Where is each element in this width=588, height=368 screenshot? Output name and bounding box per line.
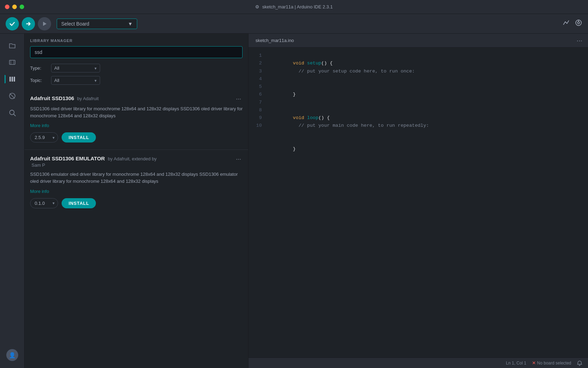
- version-select[interactable]: 2.5.9: [30, 132, 58, 143]
- upload-icon: [25, 21, 31, 27]
- line-number: 8: [255, 106, 262, 114]
- line-number: 9: [255, 114, 262, 122]
- sidebar: 👤: [0, 34, 24, 368]
- filter-topic-row: Topic: All: [24, 75, 248, 87]
- empty-line: [270, 75, 585, 83]
- library-extended-author: Sam P: [31, 162, 45, 168]
- keyword-void: void: [293, 61, 304, 66]
- line-number: 3: [255, 68, 262, 75]
- library-name: Adafruit SSD1306: [30, 95, 74, 101]
- editor-content[interactable]: 1 2 3 4 5 6 7 8 9 10 void setup() { // p…: [248, 48, 588, 357]
- code-close-brace-2: }: [293, 146, 296, 152]
- editor-tab[interactable]: sketch_mar11a.ino: [254, 38, 295, 43]
- line-numbers: 1 2 3 4 5 6 7 8 9 10: [248, 52, 267, 353]
- board-icon: [8, 58, 16, 66]
- sidebar-item-sketchbook[interactable]: [5, 38, 20, 53]
- svg-rect-8: [12, 77, 13, 82]
- library-name: Adafruit SSD1306 EMULATOR: [30, 155, 105, 161]
- avatar[interactable]: 👤: [6, 349, 18, 361]
- window-controls: [5, 5, 24, 9]
- library-description: SSD1306 oled driver library for monochro…: [30, 105, 243, 119]
- line-number: 2: [255, 60, 262, 67]
- search-icon: [8, 109, 16, 117]
- toolbar: Select Board ▼: [0, 14, 588, 34]
- svg-marker-0: [43, 22, 47, 26]
- cursor-position: Ln 1, Col 1: [506, 361, 526, 366]
- editor-more-button[interactable]: ···: [576, 36, 582, 44]
- library-manager-panel: LIBRARY MANAGER Type: All Topic: All: [24, 34, 248, 368]
- filter-type-row: Type: All: [24, 62, 248, 75]
- keyword-void-2: void: [293, 115, 304, 120]
- debug-button[interactable]: [38, 17, 51, 30]
- type-filter-select[interactable]: All: [51, 64, 100, 72]
- sidebar-item-library-manager[interactable]: [5, 71, 20, 87]
- verify-button[interactable]: [6, 17, 19, 30]
- library-list: Adafruit SSD1306 by Adafruit ··· SSD1306…: [24, 87, 248, 368]
- notification-bell[interactable]: [577, 360, 582, 366]
- library-item: Adafruit SSD1306 by Adafruit ··· SSD1306…: [24, 90, 248, 150]
- install-button[interactable]: INSTALL: [62, 132, 96, 143]
- library-more-info-link[interactable]: More info: [30, 189, 243, 194]
- close-icon: ✕: [532, 360, 536, 366]
- function-loop: loop: [307, 115, 318, 120]
- library-author: by Adafruit, extended by: [108, 156, 156, 161]
- empty-line: [270, 130, 585, 138]
- svg-line-11: [10, 93, 15, 98]
- line-number: 6: [255, 91, 262, 98]
- sidebar-item-boards[interactable]: [5, 55, 20, 70]
- empty-line: [270, 99, 585, 106]
- svg-rect-4: [9, 60, 15, 64]
- library-item: Adafruit SSD1306 EMULATOR by Adafruit, e…: [24, 150, 248, 215]
- status-bar: Ln 1, Col 1 ✕ No board selected: [248, 357, 588, 368]
- code-text[interactable]: void setup() { // put your setup code he…: [267, 52, 588, 353]
- editor-tab-bar: sketch_mar11a.ino ···: [248, 34, 588, 48]
- library-item-header: Adafruit SSD1306 by Adafruit ···: [30, 95, 243, 103]
- code-close-brace: }: [293, 92, 296, 97]
- plotter-button[interactable]: [563, 19, 570, 28]
- line-number: 5: [255, 83, 262, 91]
- code-editor: sketch_mar11a.ino ··· 1 2 3 4 5 6 7 8 9 …: [248, 34, 588, 368]
- code-comment-2: // put your main code here, to run repea…: [293, 123, 429, 128]
- maximize-button[interactable]: [20, 5, 24, 9]
- library-more-info-link[interactable]: More info: [30, 123, 243, 128]
- topic-filter-select[interactable]: All: [51, 76, 100, 85]
- code-comment: // put your setup code here, to run once…: [293, 69, 415, 74]
- minimize-button[interactable]: [12, 5, 17, 9]
- line-number: 1: [255, 52, 262, 60]
- bell-icon: [577, 360, 582, 366]
- library-item-actions: 2.5.9 INSTALL: [30, 132, 243, 143]
- svg-point-2: [578, 22, 580, 24]
- serial-monitor-button[interactable]: [575, 19, 582, 28]
- sidebar-item-debug[interactable]: [5, 88, 20, 104]
- sidebar-item-search[interactable]: [5, 105, 20, 120]
- svg-line-13: [14, 114, 15, 116]
- line-number: 7: [255, 99, 262, 106]
- library-item-actions: 0.1.0 INSTALL: [30, 198, 243, 208]
- close-button[interactable]: [5, 5, 9, 9]
- board-select-dropdown[interactable]: Select Board ▼: [57, 19, 137, 29]
- library-item-menu-button[interactable]: ···: [234, 95, 243, 103]
- library-search-input[interactable]: [30, 46, 243, 58]
- svg-rect-9: [14, 77, 15, 82]
- line-number: 4: [255, 75, 262, 83]
- function-setup: setup: [307, 61, 321, 66]
- library-author: by Adafruit: [77, 96, 98, 101]
- verify-icon: [9, 21, 15, 27]
- svg-rect-7: [9, 77, 11, 82]
- library-item-menu-button[interactable]: ···: [234, 155, 243, 163]
- line-number: 10: [255, 122, 262, 130]
- topic-label: Topic:: [30, 78, 47, 83]
- toolbar-right-actions: [563, 19, 582, 28]
- serial-monitor-icon: [575, 19, 582, 27]
- upload-button[interactable]: [22, 17, 35, 30]
- code-brace: () {: [321, 61, 332, 66]
- folder-icon: [8, 42, 16, 49]
- panel-title: LIBRARY MANAGER: [24, 34, 248, 46]
- library-item-header: Adafruit SSD1306 EMULATOR by Adafruit, e…: [30, 155, 243, 168]
- no-board-status[interactable]: ✕ No board selected: [532, 360, 571, 366]
- version-select[interactable]: 0.1.0: [30, 198, 58, 208]
- main-content: 👤 LIBRARY MANAGER Type: All Topic: All: [0, 34, 588, 368]
- window-title: ⚙ sketch_mar11a | Arduino IDE 2.3.1: [255, 4, 332, 9]
- install-button[interactable]: INSTALL: [62, 198, 96, 208]
- debugger-icon: [41, 21, 48, 27]
